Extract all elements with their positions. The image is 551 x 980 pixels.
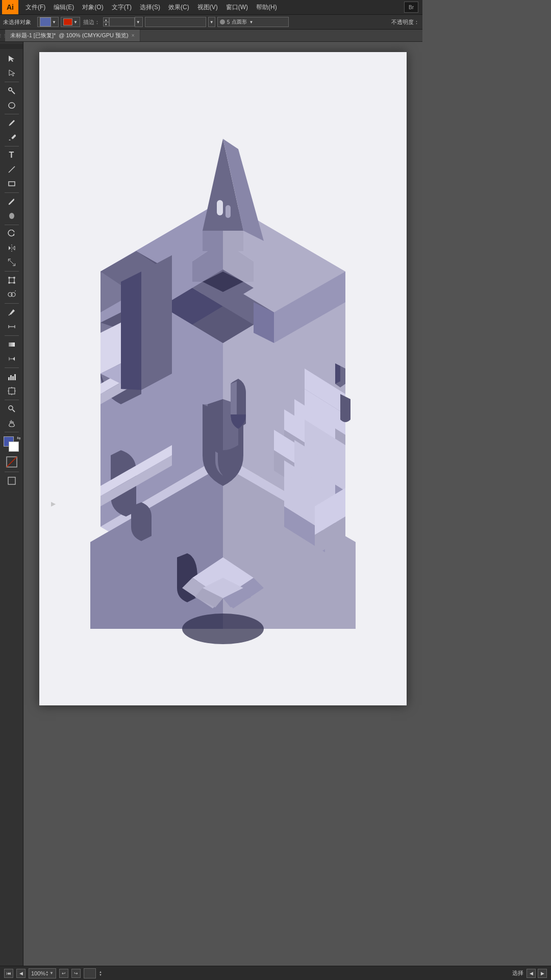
blob-brush-tool[interactable] [4,209,20,223]
svg-rect-10 [9,182,15,186]
menu-view[interactable]: 视图(V) [193,1,222,14]
zoom-down-arrow[interactable]: ▼ [45,973,48,976]
svg-marker-101 [121,272,141,390]
brush-dot [220,19,225,24]
menu-effect[interactable]: 效果(C) [164,1,193,14]
tool-separator-1 [5,82,19,82]
canvas-arrow-hint: ▶ [51,500,56,507]
pen-tool[interactable] [4,116,20,130]
brush-tool[interactable] [4,195,20,208]
stroke-color-dropdown[interactable]: ▼ [61,17,80,27]
menu-object[interactable]: 对象(O) [78,1,107,14]
tool-separator-11 [5,432,19,432]
main-layout: T [0,42,422,966]
menu-window[interactable]: 窗口(W) [222,1,252,14]
reflect-tool[interactable] [4,241,20,255]
hand-tool[interactable] [4,416,20,430]
page-spinners[interactable]: ▲ ▼ [99,970,102,976]
direct-select-tool[interactable] [4,66,20,80]
pencil-tool[interactable] [4,131,20,144]
none-color[interactable] [6,456,18,470]
chart-tool[interactable] [4,370,20,383]
fill-color-dropdown[interactable]: ▼ [37,17,59,27]
menu-help[interactable]: 帮助(H) [252,1,281,14]
svg-rect-18 [14,277,15,278]
svg-line-0 [12,91,15,94]
page-down-arrow[interactable]: ▼ [99,973,102,976]
castle-illustration [49,98,396,659]
bridge-button[interactable]: Br [404,2,418,13]
tab-close-button[interactable]: × [132,33,135,38]
document-tab[interactable]: 未标题-1 [已恢复]* @ 100% (CMYK/GPU 预览) × [5,30,140,41]
lasso-tool[interactable] [4,99,20,112]
menu-edit[interactable]: 编辑(E) [49,1,78,14]
rect-tool[interactable] [4,177,20,190]
stroke-spinners[interactable]: ▲ ▼ [103,17,109,27]
prev-page-button[interactable]: ◀ [16,969,26,978]
svg-line-9 [9,166,15,173]
variable-width-profile[interactable] [145,17,206,27]
measure-tool[interactable] [4,320,20,333]
svg-marker-100 [141,255,172,390]
svg-rect-63 [217,200,223,215]
page-input[interactable]: 1 [84,968,96,978]
artboard-tool[interactable] [4,384,20,398]
scale-tool[interactable] [4,256,20,269]
change-screen-mode[interactable] [4,474,20,487]
stroke-down[interactable]: ▼ [103,22,109,27]
artboard [39,52,407,705]
line-tool[interactable] [4,163,20,176]
svg-rect-36 [9,388,15,394]
stroke-up[interactable]: ▲ [103,17,109,22]
flip-view-btn[interactable]: ↪ [71,969,81,978]
zoom-spinners[interactable]: ▲ ▼ [45,970,48,976]
svg-rect-28 [9,342,15,347]
swap-colors[interactable]: ⇆ [17,435,21,440]
svg-rect-20 [14,282,15,283]
rotate-tool[interactable] [4,227,20,240]
tool-separator-2 [5,114,19,114]
first-page-button[interactable]: ⏮ [4,969,13,978]
menu-select[interactable]: 选择(S) [136,1,164,14]
menu-text[interactable]: 文字(T) [108,1,136,14]
svg-marker-14 [13,246,15,250]
tool-separator-10 [5,400,19,400]
stroke-dropdown[interactable]: ▼ [135,17,143,27]
svg-rect-64 [226,205,231,218]
select-tool[interactable] [4,52,20,65]
tab-drag-handle[interactable]: ⋮⋮ [0,30,5,41]
stroke-dropdown-arrow: ▼ [73,20,78,24]
stroke-input[interactable] [109,17,135,27]
zoom-dropdown-arrow[interactable]: ▼ [49,971,54,975]
rotate-view-btn[interactable]: ↩ [59,969,68,978]
zoom-tool[interactable] [4,402,20,415]
fill-dropdown-arrow: ▼ [52,20,56,24]
type-tool[interactable]: T [4,149,20,162]
zoom-display[interactable]: 100% ▲ ▼ ▼ [29,968,56,978]
background-color[interactable] [9,442,19,452]
magic-wand-tool[interactable] [4,84,20,97]
svg-point-11 [9,213,14,219]
app-logo: Ai [2,0,18,14]
svg-point-41 [9,406,13,410]
svg-marker-30 [13,357,15,361]
blend-tool[interactable] [4,352,20,365]
svg-rect-35 [14,374,16,380]
canvas-area[interactable]: ▶ [23,42,422,966]
svg-marker-8 [9,139,11,140]
svg-rect-19 [9,282,10,283]
eyedropper-tool[interactable] [4,306,20,319]
brush-profile[interactable]: 5 点圆形 ▼ [217,17,289,27]
stroke-swatch [63,18,72,26]
tab-title: 未标题-1 [已恢复]* [10,32,56,39]
svg-rect-17 [9,277,10,278]
shape-builder-tool[interactable] [4,288,20,301]
svg-rect-33 [10,375,12,380]
svg-rect-45 [8,477,15,484]
variable-width-dropdown[interactable]: ▼ [208,17,215,27]
menu-file[interactable]: 文件(F) [21,1,49,14]
free-transform-tool[interactable] [4,274,20,287]
svg-marker-29 [9,357,11,361]
gradient-tool[interactable] [4,338,20,351]
status-bar: ⏮ ◀ 100% ▲ ▼ ▼ ↩ ↪ 1 ▲ ▼ 选择 ◀ ▶ [0,966,422,980]
